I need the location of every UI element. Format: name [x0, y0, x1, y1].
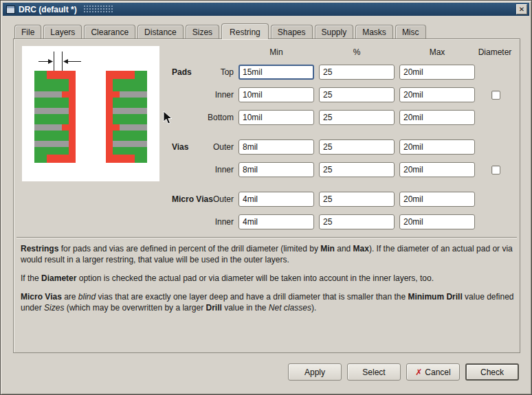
pads-inner-percent-input[interactable] [319, 87, 395, 102]
microvias-inner-percent-input[interactable] [319, 214, 395, 229]
pcb-inner-layer [34, 108, 69, 114]
column-header-percent: % [319, 47, 395, 57]
tab-layers[interactable]: Layers [43, 25, 82, 38]
column-header-diameter: Diameter [466, 47, 524, 57]
notes-paragraph-restrings: Restrings for pads and vias are defined … [21, 243, 514, 265]
row-label-pads-bottom: Bottom [172, 110, 234, 122]
pads-bottom-percent-input[interactable] [319, 110, 395, 125]
help-text: Restrings for pads and vias are defined … [21, 243, 514, 321]
pads-top-percent-input[interactable] [319, 65, 395, 80]
pads-inner-max-input[interactable] [399, 87, 475, 102]
cancel-button[interactable]: ✗ Cancel [406, 363, 460, 381]
pcb-substrate [34, 71, 69, 163]
check-button[interactable]: Check [465, 363, 519, 381]
microvias-outer-max-input[interactable] [399, 192, 475, 207]
row-label-microvias-outer: Outer [172, 192, 234, 204]
pcb-illustration [22, 46, 159, 181]
tab-shapes[interactable]: Shapes [271, 25, 313, 38]
pcb-inner-layer [34, 141, 69, 147]
close-button[interactable]: ✕ [516, 4, 527, 14]
microvias-outer-min-input[interactable] [239, 192, 314, 207]
notes-paragraph-diameter: If the Diameter option is checked the ac… [21, 273, 514, 284]
pads-inner-diameter-checkbox[interactable] [491, 91, 500, 100]
row-label-microvias-inner: Inner [172, 214, 234, 227]
row-label-pads-top: Top [172, 65, 234, 77]
tab-bar: File Layers Clearance Distance Sizes Res… [14, 23, 428, 39]
pcb-bottom-pad [47, 155, 76, 163]
tab-clearance[interactable]: Clearance [84, 25, 135, 38]
cancel-button-label: Cancel [425, 368, 450, 377]
tab-file[interactable]: File [14, 25, 41, 38]
titlebar-grip-pattern [84, 5, 114, 13]
column-header-min: Min [239, 47, 314, 57]
pads-bottom-min-input[interactable] [239, 110, 314, 125]
window-title: DRC (default *) [19, 5, 77, 14]
separator-line [16, 237, 517, 238]
window-icon [6, 5, 15, 14]
vias-inner-percent-input[interactable] [319, 162, 395, 177]
pads-top-max-input[interactable] [399, 65, 475, 80]
dimension-arrow-right [63, 59, 68, 64]
tab-masks[interactable]: Masks [355, 25, 393, 38]
row-label-vias-inner: Inner [172, 162, 234, 174]
pcb-via-barrel [69, 71, 76, 163]
microvias-outer-percent-input[interactable] [319, 192, 395, 207]
row-label-vias-outer: Outer [172, 139, 234, 152]
pcb-layer-stack [34, 71, 76, 163]
column-header-max: Max [399, 47, 475, 57]
pads-bottom-max-input[interactable] [399, 110, 475, 125]
tab-misc[interactable]: Misc [395, 25, 426, 38]
vias-inner-diameter-checkbox[interactable] [491, 166, 500, 174]
tab-restring[interactable]: Restring [221, 23, 269, 39]
tab-sizes[interactable]: Sizes [186, 25, 219, 38]
tab-distance[interactable]: Distance [137, 25, 184, 38]
drc-dialog-window: DRC (default *) ✕ File Layers Clearance … [0, 0, 532, 395]
tab-supply[interactable]: Supply [315, 25, 354, 38]
pads-top-min-input[interactable] [239, 65, 314, 80]
select-button[interactable]: Select [347, 363, 401, 381]
pcb-cross-section-image [22, 46, 159, 181]
titlebar[interactable]: DRC (default *) ✕ [3, 3, 529, 16]
vias-inner-min-input[interactable] [239, 162, 314, 177]
vias-outer-min-input[interactable] [239, 139, 314, 155]
vias-outer-max-input[interactable] [399, 139, 475, 155]
pads-inner-min-input[interactable] [239, 87, 314, 102]
microvias-inner-min-input[interactable] [239, 214, 314, 229]
notes-paragraph-micro-vias: Micro Vias are blind vias that are exact… [21, 291, 514, 313]
dialog-button-row: Apply Select ✗ Cancel Check [288, 363, 519, 381]
restring-tab-panel: Min % Max Diameter Pads Vias Micro Vias … [13, 38, 520, 353]
dimension-arrow-left [48, 59, 53, 64]
row-label-pads-inner: Inner [172, 87, 234, 100]
cancel-x-icon: ✗ [415, 368, 422, 377]
vias-outer-percent-input[interactable] [319, 139, 395, 155]
pcb-top-pad [47, 71, 76, 79]
vias-inner-max-input[interactable] [399, 162, 475, 177]
microvias-inner-max-input[interactable] [399, 214, 475, 229]
apply-button[interactable]: Apply [288, 363, 342, 381]
